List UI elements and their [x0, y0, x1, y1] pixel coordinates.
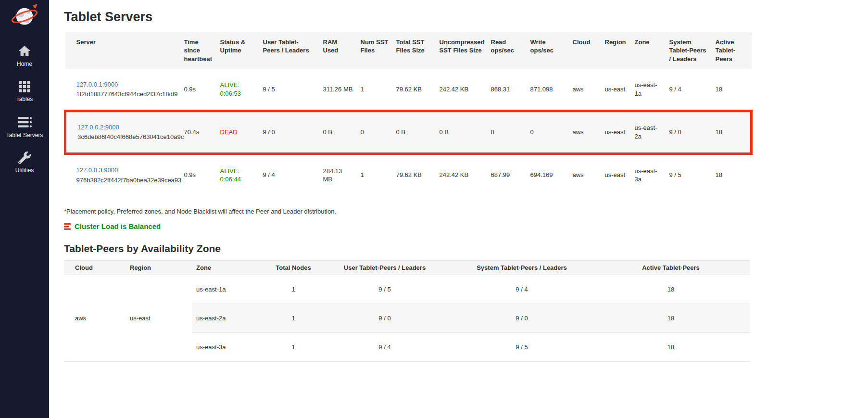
ram-cell: 284.13 MB: [319, 154, 357, 196]
uncompressed-sst-cell: 0 B: [436, 111, 487, 153]
uncompressed-sst-cell: 242.42 KB: [436, 154, 487, 196]
system-peers-cell: 9 / 5: [452, 333, 591, 362]
utilities-icon: [17, 152, 32, 164]
sidebar-item-home[interactable]: Home: [0, 44, 49, 67]
zone-cell: us-east-2a: [631, 111, 666, 153]
system-peers-cell: 9 / 0: [666, 111, 712, 153]
write-ops-cell: 871.098: [527, 69, 569, 111]
num-sst-cell: 0: [357, 111, 392, 153]
system-peers-cell: 9 / 4: [666, 69, 712, 111]
sidebar-item-label: Utilities: [15, 167, 34, 174]
zones-section-title: Tablet-Peers by Availability Zone: [64, 243, 868, 254]
server-cell: 127.0.0.2:9000 3c6deb86f40c4f668e5763041…: [65, 111, 180, 153]
col-header-total-nodes: Total Nodes: [269, 261, 317, 275]
zone-cell: us-east-1a: [192, 275, 269, 304]
status-cell: DEAD: [216, 111, 259, 153]
server-cell: 127.0.0.1:9000 1f2fd188777643cf944ced2f3…: [65, 69, 180, 111]
total-sst-cell: 79.62 KB: [392, 69, 436, 111]
zones-table: Cloud Region Zone Total Nodes User Table…: [64, 260, 750, 362]
main-content: Tablet Servers Server Time since heartbe…: [49, 0, 868, 418]
user-peers-cell: 9 / 5: [317, 275, 452, 304]
col-header-system-peers: System Tablet-Peers / Leaders: [666, 32, 712, 69]
zone-cell: us-east-2a: [192, 304, 269, 333]
sidebar-item-tables[interactable]: Tables: [0, 80, 49, 102]
sidebar-nav: Home Tables Tablet Servers: [0, 44, 49, 187]
server-address-link[interactable]: 127.0.0.3:9000: [76, 166, 118, 174]
servers-table-header-row: Server Time since heartbeat Status & Upt…: [65, 32, 752, 69]
server-uuid: 976b382c2ff442f7ba0bea32e39cea93: [76, 176, 176, 185]
sidebar-item-utilities[interactable]: Utilities: [0, 152, 49, 174]
col-header-active-peers: Active Tablet-Peers: [712, 32, 752, 69]
active-peers-cell: 18: [712, 111, 752, 153]
col-header-active-peers: Active Tablet-Peers: [591, 261, 750, 275]
col-header-server: Server: [65, 32, 180, 69]
cloud-cell: aws: [64, 275, 126, 362]
cloud-cell: aws: [569, 111, 601, 153]
server-address-link[interactable]: 127.0.0.1:9000: [76, 81, 118, 88]
zone-cell: us-east-3a: [631, 154, 666, 196]
write-ops-cell: 694.169: [527, 154, 569, 196]
col-header-num-sst: Num SST Files: [357, 32, 392, 69]
cloud-cell: aws: [569, 69, 601, 111]
heartbeat-cell: 0.9s: [180, 154, 216, 196]
cluster-balance-status: Cluster Load is Balanced: [64, 222, 868, 230]
sidebar-item-label: Tables: [16, 96, 33, 102]
user-peers-cell: 9 / 0: [317, 304, 452, 333]
server-row: 127.0.0.1:9000 1f2fd188777643cf944ced2f3…: [65, 69, 752, 111]
system-peers-cell: 9 / 4: [452, 275, 591, 304]
col-header-user-peers: User Tablet-Peers / Leaders: [317, 261, 452, 275]
region-cell: us-east: [601, 154, 631, 196]
region-cell: us-east: [601, 111, 631, 153]
heartbeat-cell: 0.9s: [180, 69, 216, 111]
server-row: 127.0.0.3:9000 976b382c2ff442f7ba0bea32e…: [65, 154, 752, 196]
sidebar-item-label: Home: [17, 61, 32, 67]
user-peers-cell: 9 / 0: [259, 111, 319, 153]
status-cell: ALIVE: 0:06:53: [216, 69, 259, 111]
active-peers-cell: 18: [712, 154, 752, 196]
zone-cell: us-east-3a: [192, 333, 269, 362]
server-uuid: 1f2fd188777643cf944ced2f37c18df9: [76, 90, 176, 99]
server-uuid: 3c6deb86f40c4f668e5763041ce10a9c: [77, 133, 176, 141]
sidebar-item-tablet-servers[interactable]: Tablet Servers: [0, 115, 49, 139]
active-peers-cell: 18: [591, 275, 750, 304]
sidebar-item-label: Tablet Servers: [6, 132, 43, 139]
col-header-uncompressed-sst: Uncompressed SST Files Size: [436, 32, 487, 69]
active-peers-cell: 18: [591, 333, 750, 362]
active-peers-cell: 18: [712, 69, 752, 111]
col-header-write-ops: Write ops/sec: [527, 32, 569, 69]
server-address-link[interactable]: 127.0.0.2:9000: [77, 124, 119, 131]
system-peers-cell: 9 / 0: [452, 304, 591, 333]
user-peers-cell: 9 / 5: [259, 69, 319, 111]
home-icon: [17, 44, 32, 58]
status-cell: ALIVE: 0:06:44: [216, 154, 259, 196]
page-title: Tablet Servers: [64, 10, 868, 25]
tables-icon: [17, 80, 32, 93]
placement-policy-footnote: *Placement policy, Preferred zones, and …: [64, 208, 868, 215]
col-header-user-peers: User Tablet-Peers / Leaders: [259, 32, 319, 69]
heartbeat-cell: 70.4s: [180, 111, 216, 153]
server-cell: 127.0.0.3:9000 976b382c2ff442f7ba0bea32e…: [65, 154, 180, 196]
uptime-value: 0:06:44: [220, 175, 255, 184]
status-label: ALIVE:: [220, 81, 255, 89]
tablet-servers-table: Server Time since heartbeat Status & Upt…: [64, 32, 753, 195]
uptime-value: 0:06:53: [220, 89, 255, 98]
write-ops-cell: 0: [527, 111, 569, 153]
active-peers-cell: 18: [591, 304, 750, 333]
col-header-zone: Zone: [192, 261, 269, 275]
col-header-total-sst: Total SST Files Size: [392, 32, 436, 69]
col-header-ram: RAM Used: [319, 32, 357, 69]
col-header-region: Region: [126, 261, 192, 275]
region-cell: us-east: [126, 275, 192, 362]
num-sst-cell: 1: [357, 69, 392, 111]
user-peers-cell: 9 / 4: [317, 333, 452, 362]
system-peers-cell: 9 / 5: [666, 154, 712, 196]
col-header-cloud: Cloud: [64, 261, 126, 275]
total-sst-cell: 0 B: [392, 111, 436, 153]
user-peers-cell: 9 / 4: [259, 154, 319, 196]
server-row-dead-highlighted: 127.0.0.2:9000 3c6deb86f40c4f668e5763041…: [65, 111, 752, 153]
cluster-stack-icon: [64, 223, 71, 230]
read-ops-cell: 687.99: [487, 154, 527, 196]
status-label: ALIVE:: [220, 167, 255, 176]
status-label: DEAD: [220, 128, 255, 137]
col-header-status: Status & Uptime: [216, 32, 259, 69]
